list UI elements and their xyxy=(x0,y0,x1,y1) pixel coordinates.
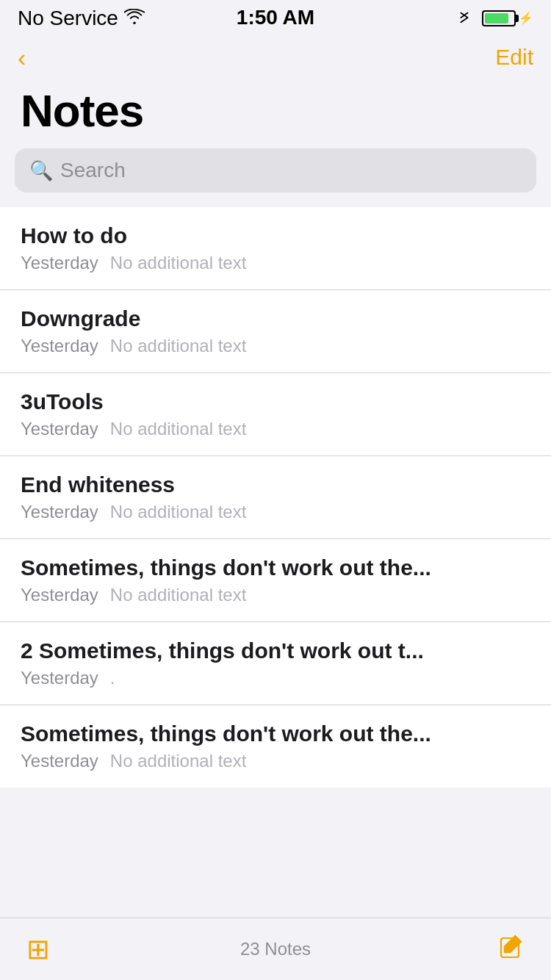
note-item[interactable]: DowngradeYesterdayNo additional text xyxy=(0,290,551,373)
note-item[interactable]: 3uToolsYesterdayNo additional text xyxy=(0,373,551,456)
note-title: 3uTools xyxy=(21,389,530,414)
note-meta: Yesterday. xyxy=(21,668,530,688)
compose-icon[interactable] xyxy=(497,932,525,967)
note-item[interactable]: End whitenessYesterdayNo additional text xyxy=(0,456,551,539)
nav-bar: ‹ Edit xyxy=(0,36,551,76)
note-date: Yesterday xyxy=(21,502,98,522)
status-time: 1:50 AM xyxy=(237,6,314,29)
note-preview: No additional text xyxy=(110,585,246,605)
note-preview: No additional text xyxy=(110,253,246,273)
note-preview: . xyxy=(110,668,115,688)
back-button[interactable]: ‹ xyxy=(18,42,32,73)
tab-bar: ⊞ 23 Notes xyxy=(0,918,551,980)
note-date: Yesterday xyxy=(21,751,98,771)
note-preview: No additional text xyxy=(110,751,246,771)
note-title: How to do xyxy=(21,223,530,248)
note-title: End whiteness xyxy=(21,472,530,497)
note-item[interactable]: How to doYesterdayNo additional text xyxy=(0,207,551,290)
folders-icon[interactable]: ⊞ xyxy=(26,933,50,965)
bluetooth-icon xyxy=(454,9,475,28)
carrier-text: No Service xyxy=(18,7,118,30)
page-title: Notes xyxy=(0,76,551,148)
note-meta: YesterdayNo additional text xyxy=(21,253,530,273)
note-title: Downgrade xyxy=(21,306,530,331)
edit-button[interactable]: Edit xyxy=(495,45,533,70)
note-date: Yesterday xyxy=(21,336,98,356)
note-meta: YesterdayNo additional text xyxy=(21,336,530,356)
note-item[interactable]: Sometimes, things don't work out the...Y… xyxy=(0,539,551,622)
note-meta: YesterdayNo additional text xyxy=(21,585,530,605)
notes-count: 23 Notes xyxy=(240,939,311,959)
search-bar[interactable]: 🔍 Search xyxy=(15,148,536,192)
status-left: No Service xyxy=(18,7,145,30)
note-meta: YesterdayNo additional text xyxy=(21,419,530,439)
note-title: Sometimes, things don't work out the... xyxy=(21,721,530,746)
note-preview: No additional text xyxy=(110,419,246,439)
note-date: Yesterday xyxy=(21,585,98,605)
search-icon: 🔍 xyxy=(29,159,53,182)
note-date: Yesterday xyxy=(21,668,98,688)
battery-fill xyxy=(485,13,508,24)
status-bar: No Service 1:50 AM ⚡ xyxy=(0,0,551,36)
note-meta: YesterdayNo additional text xyxy=(21,751,530,771)
battery-icon xyxy=(482,10,516,26)
note-item[interactable]: Sometimes, things don't work out the...Y… xyxy=(0,705,551,788)
note-item[interactable]: 2 Sometimes, things don't work out t...Y… xyxy=(0,622,551,705)
note-date: Yesterday xyxy=(21,253,98,273)
note-preview: No additional text xyxy=(110,336,246,356)
search-bar-container: 🔍 Search xyxy=(0,148,551,207)
note-meta: YesterdayNo additional text xyxy=(21,502,530,522)
charging-icon: ⚡ xyxy=(519,11,533,25)
battery-indicator: ⚡ xyxy=(482,10,533,26)
note-date: Yesterday xyxy=(21,419,98,439)
status-right: ⚡ xyxy=(454,9,533,28)
wifi-icon xyxy=(124,7,145,30)
search-placeholder[interactable]: Search xyxy=(60,159,126,182)
notes-list: How to doYesterdayNo additional textDown… xyxy=(0,207,551,788)
note-title: Sometimes, things don't work out the... xyxy=(21,555,530,580)
note-preview: No additional text xyxy=(110,502,246,522)
note-title: 2 Sometimes, things don't work out t... xyxy=(21,638,530,663)
